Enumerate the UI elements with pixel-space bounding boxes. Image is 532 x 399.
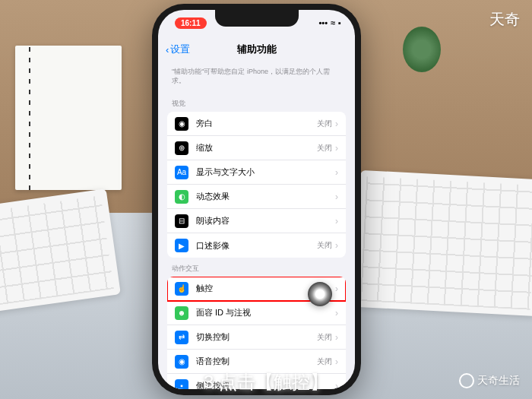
instruction-caption: 3.点击【触控】 bbox=[204, 370, 328, 394]
vision-list: ◉旁白关闭›⊕缩放关闭›Aa显示与文字大小›◐动态效果›⊟朗读内容›▶口述影像关… bbox=[167, 112, 346, 258]
back-label: 设置 bbox=[170, 43, 190, 56]
motor-icon-4: ▪ bbox=[175, 379, 188, 389]
plant-prop bbox=[403, 27, 441, 72]
iphone-frame: 16:11 ••• ≈ ▪ ‹ 设置 辅助功能 "辅助功能"可帮助您自定 iPh… bbox=[152, 4, 361, 395]
vision-label-5: 口述影像 bbox=[196, 240, 317, 252]
motor-label-3: 语音控制 bbox=[196, 356, 317, 367]
vision-label-0: 旁白 bbox=[196, 118, 317, 129]
vision-row-3[interactable]: ◐动态效果› bbox=[167, 185, 346, 209]
keyboard-right bbox=[353, 170, 532, 316]
vision-icon-5: ▶ bbox=[175, 239, 188, 252]
motor-label-2: 切换控制 bbox=[196, 331, 317, 343]
section-header-vision: 视觉 bbox=[167, 93, 346, 112]
vision-row-5[interactable]: ▶口述影像关闭› bbox=[167, 233, 346, 258]
chevron-right-icon: › bbox=[335, 308, 338, 318]
chevron-right-icon: › bbox=[335, 119, 338, 129]
scroll-content[interactable]: "辅助功能"可帮助您自定 iPhone，以满足您的个人需求。 视觉 ◉旁白关闭›… bbox=[158, 63, 355, 389]
motor-label-1: 面容 ID 与注视 bbox=[196, 307, 335, 318]
vision-label-4: 朗读内容 bbox=[196, 215, 335, 226]
description-text: "辅助功能"可帮助您自定 iPhone，以满足您的个人需求。 bbox=[167, 63, 346, 93]
nav-bar: ‹ 设置 辅助功能 bbox=[158, 36, 355, 63]
chevron-right-icon: › bbox=[335, 143, 338, 154]
chevron-right-icon: › bbox=[335, 283, 338, 294]
vision-value-0: 关闭 bbox=[317, 119, 332, 129]
vision-value-5: 关闭 bbox=[317, 240, 332, 251]
motor-icon-1: ☻ bbox=[175, 306, 188, 320]
vision-label-2: 显示与文字大小 bbox=[196, 166, 335, 178]
page-title: 辅助功能 bbox=[237, 43, 277, 56]
vision-row-1[interactable]: ⊕缩放关闭› bbox=[167, 136, 346, 160]
wifi-icon: ≈ bbox=[331, 18, 335, 27]
chevron-right-icon: › bbox=[335, 240, 338, 251]
vision-icon-2: Aa bbox=[175, 166, 188, 179]
iphone-screen: 16:11 ••• ≈ ▪ ‹ 设置 辅助功能 "辅助功能"可帮助您自定 iPh… bbox=[158, 10, 355, 389]
watermark-bottom-right: 天奇生活 bbox=[459, 373, 520, 388]
chevron-left-icon: ‹ bbox=[166, 44, 169, 55]
notebook-prop bbox=[15, 46, 122, 190]
chevron-right-icon: › bbox=[335, 356, 338, 367]
battery-icon: ▪ bbox=[338, 18, 341, 27]
motor-value-3: 关闭 bbox=[317, 356, 332, 367]
chevron-right-icon: › bbox=[335, 332, 338, 343]
vision-label-3: 动态效果 bbox=[196, 191, 335, 202]
assistive-touch-button[interactable] bbox=[308, 282, 332, 306]
motor-icon-3: ◉ bbox=[175, 355, 188, 369]
vision-icon-1: ⊕ bbox=[175, 141, 188, 155]
chevron-right-icon: › bbox=[335, 381, 338, 389]
signal-icon: ••• bbox=[318, 18, 328, 27]
vision-icon-4: ⊟ bbox=[175, 214, 188, 228]
back-button[interactable]: ‹ 设置 bbox=[166, 43, 190, 56]
vision-row-0[interactable]: ◉旁白关闭› bbox=[167, 112, 346, 136]
motor-icon-0: ☝ bbox=[175, 282, 188, 296]
motor-value-2: 关闭 bbox=[317, 332, 332, 343]
vision-label-1: 缩放 bbox=[196, 142, 317, 154]
chevron-right-icon: › bbox=[335, 167, 338, 178]
notch bbox=[215, 10, 299, 27]
motor-icon-2: ⇄ bbox=[175, 331, 188, 344]
chevron-right-icon: › bbox=[335, 192, 338, 202]
section-header-motor: 动作交互 bbox=[167, 258, 346, 277]
vision-value-1: 关闭 bbox=[317, 143, 332, 154]
motor-row-2[interactable]: ⇄切换控制关闭› bbox=[167, 325, 346, 350]
status-indicators: ••• ≈ ▪ bbox=[318, 18, 341, 27]
vision-row-2[interactable]: Aa显示与文字大小› bbox=[167, 160, 346, 185]
chevron-right-icon: › bbox=[335, 216, 338, 226]
watermark-top-right: 天奇 bbox=[489, 9, 520, 30]
keyboard-left bbox=[0, 188, 121, 313]
vision-icon-3: ◐ bbox=[175, 190, 188, 204]
vision-row-4[interactable]: ⊟朗读内容› bbox=[167, 209, 346, 233]
vision-icon-0: ◉ bbox=[175, 117, 188, 131]
status-time: 16:11 bbox=[175, 17, 207, 29]
